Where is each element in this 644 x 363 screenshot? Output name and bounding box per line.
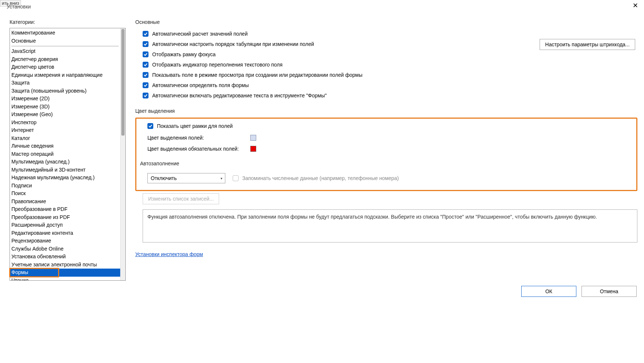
cancel-button[interactable]: Отмена xyxy=(582,286,637,297)
checkbox-icon[interactable] xyxy=(143,93,149,98)
category-item[interactable]: Защита xyxy=(10,79,120,87)
checkbox-icon xyxy=(233,175,239,181)
check-label: Автоматически включать редактирование те… xyxy=(152,93,327,98)
category-item[interactable]: Инспектор xyxy=(10,119,120,127)
category-item[interactable]: Защита (повышенный уровень) xyxy=(10,87,120,95)
check-option-4[interactable]: Показывать поле в режиме просмотра при с… xyxy=(135,70,637,80)
category-item[interactable]: Диспетчер доверия xyxy=(10,55,120,64)
remember-numeric-label: Запоминать численные данные (например, т… xyxy=(242,175,399,181)
category-item[interactable]: Мастер операций xyxy=(10,150,120,158)
section-title-basic: Основные xyxy=(135,19,637,25)
category-item[interactable]: Интернет xyxy=(10,126,120,134)
field-color-row: Цвет выделения полей: xyxy=(140,131,633,142)
categories-list[interactable]: КомментированиеОсновныеJavaScriptДиспетч… xyxy=(10,28,120,280)
check-label: Отображать индикатор переполнения тексто… xyxy=(152,62,283,68)
check-remember-numeric: Запоминать численные данные (например, т… xyxy=(233,175,399,181)
check-option-3[interactable]: Отображать индикатор переполнения тексто… xyxy=(135,60,637,70)
check-label: Отображать рамку фокуса xyxy=(152,51,216,57)
category-item[interactable]: Рецензирование xyxy=(10,237,120,245)
check-show-border-label: Показать цвет рамки для полей xyxy=(157,123,233,129)
edit-entries-row: Изменить список записей... xyxy=(135,191,637,206)
dialog-body: Категории: КомментированиеОсновныеJavaSc… xyxy=(0,10,644,282)
settings-panel: Основные Автоматический расчет значений … xyxy=(126,19,637,279)
category-item[interactable]: Преобразование из PDF xyxy=(10,213,120,222)
checkbox-icon[interactable] xyxy=(143,31,149,37)
dialog-footer: ОК Отмена xyxy=(0,282,644,301)
checkbox-icon[interactable] xyxy=(143,82,149,88)
field-color-label: Цвет выделения полей: xyxy=(147,135,250,141)
categories-panel: Категории: КомментированиеОсновныеJavaSc… xyxy=(10,19,126,279)
category-item[interactable]: Единицы измерения и направляющие xyxy=(10,71,120,79)
category-item[interactable]: Измерение (Geo) xyxy=(10,111,120,119)
category-item[interactable]: JavaScript xyxy=(10,47,120,55)
category-item[interactable]: Службы Adobe Online xyxy=(10,245,120,253)
required-color-label: Цвет выделения обязательных полей: xyxy=(147,146,250,152)
highlight-orange-box: Показать цвет рамки для полей Цвет выдел… xyxy=(135,118,637,191)
category-item[interactable]: Правописание xyxy=(10,198,120,206)
ok-button[interactable]: ОК xyxy=(521,286,576,297)
titlebar: ить вниз Установки ✕ xyxy=(0,0,644,10)
categories-frame: КомментированиеОсновныеJavaScriptДиспетч… xyxy=(10,28,126,281)
required-color-row: Цвет выделения обязательных полей: xyxy=(140,142,633,153)
checkbox-icon[interactable] xyxy=(143,51,149,57)
category-item[interactable]: Преобразование в PDF xyxy=(10,205,120,213)
category-item[interactable]: Чтение xyxy=(10,277,120,281)
checkbox-icon[interactable] xyxy=(143,62,149,68)
check-label: Автоматически определять поля формы xyxy=(152,82,249,88)
category-item[interactable]: Надежная мультимедиа (унаслед.) xyxy=(10,174,120,182)
category-item[interactable]: Личные сведения xyxy=(10,142,120,150)
autofill-row: ▾ Запоминать численные данные (например,… xyxy=(140,170,633,186)
category-item[interactable]: Основные xyxy=(10,37,120,45)
required-color-swatch[interactable] xyxy=(250,146,256,152)
check-option-5[interactable]: Автоматически определять поля формы xyxy=(135,80,637,90)
category-divider xyxy=(11,46,119,46)
checkbox-icon[interactable] xyxy=(147,123,153,129)
close-icon[interactable]: ✕ xyxy=(630,1,641,10)
check-label: Автоматический расчет значений полей xyxy=(152,31,248,37)
check-label: Автоматически настроить порядок табуляци… xyxy=(152,41,314,47)
autofill-select-wrap[interactable]: ▾ xyxy=(147,173,225,183)
category-item[interactable]: Поиск xyxy=(10,190,120,198)
check-option-2[interactable]: Отображать рамку фокуса xyxy=(135,49,637,60)
category-item[interactable]: Мультимедиа (унаслед.) xyxy=(10,158,120,166)
form-inspector-link[interactable]: Установки инспектора форм xyxy=(135,251,203,257)
category-item[interactable]: Редактирование контента xyxy=(10,229,120,237)
autofill-info-box: Функция автозаполнения отключена. При за… xyxy=(143,209,637,242)
category-item[interactable]: Диспетчер цветов xyxy=(10,63,120,71)
scrollbar[interactable] xyxy=(120,28,125,280)
category-item[interactable]: Измерение (2D) xyxy=(10,95,120,103)
category-item[interactable]: Формы xyxy=(10,269,120,277)
edit-entries-button: Изменить список записей... xyxy=(143,193,219,204)
field-color-swatch[interactable] xyxy=(250,135,256,141)
autofill-select[interactable] xyxy=(147,173,225,183)
checkbox-icon[interactable] xyxy=(143,41,149,47)
checkbox-icon[interactable] xyxy=(143,72,149,78)
section-title-highlight: Цвет выделения xyxy=(135,108,637,114)
category-item[interactable]: Подписи xyxy=(10,182,120,190)
check-option-0[interactable]: Автоматический расчет значений полей xyxy=(135,29,637,39)
category-item[interactable]: Каталог xyxy=(10,134,120,143)
category-item[interactable]: Учетные записи электронной почты xyxy=(10,261,120,269)
category-item[interactable]: Расширенный доступ xyxy=(10,221,120,229)
barcode-settings-button[interactable]: Настроить параметры штрихкода... xyxy=(540,39,635,50)
category-item[interactable]: Мультимедийный и 3D-контент xyxy=(10,166,120,174)
scrollbar-thumb[interactable] xyxy=(121,29,125,136)
check-show-border[interactable]: Показать цвет рамки для полей xyxy=(140,121,633,131)
category-item[interactable]: Измерение (3D) xyxy=(10,103,120,111)
check-option-6[interactable]: Автоматически включать редактирование те… xyxy=(135,90,637,101)
category-item[interactable]: Установка обновлений xyxy=(10,253,120,261)
section-title-autofill: Автозаполнение xyxy=(140,161,633,166)
check-label: Показывать поле в режиме просмотра при с… xyxy=(152,72,362,78)
categories-heading: Категории: xyxy=(10,19,126,25)
dialog-title: Установки xyxy=(7,4,31,10)
category-item[interactable]: Комментирование xyxy=(10,29,120,37)
